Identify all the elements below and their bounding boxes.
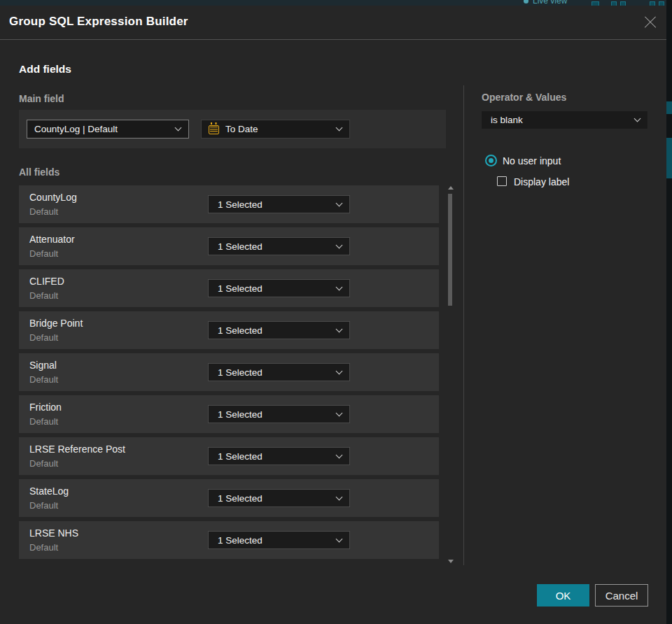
field-name: LRSE NHS [29, 527, 78, 539]
ok-button[interactable]: OK [537, 584, 589, 607]
calendar-icon [209, 125, 219, 134]
field-row: Signal Default 1 Selected [19, 353, 439, 391]
field-name: LRSE Reference Post [29, 444, 125, 455]
operator-values-label: Operator & Values [482, 92, 566, 103]
scrollbar-up-icon[interactable] [448, 186, 454, 190]
dropdown-value: 1 Selected [218, 367, 262, 378]
close-icon [643, 15, 657, 29]
field-selection-dropdown[interactable]: 1 Selected [208, 531, 350, 549]
dropdown-value: 1 Selected [218, 493, 262, 504]
chevron-down-icon [336, 199, 343, 206]
field-subtitle: Default [29, 500, 58, 511]
chevron-down-icon [336, 409, 343, 416]
field-name: Signal [29, 360, 57, 371]
checkbox-icon [497, 176, 507, 186]
chevron-down-icon [336, 283, 343, 290]
field-selection-dropdown[interactable]: 1 Selected [208, 363, 350, 381]
dropdown-value: 1 Selected [218, 451, 262, 462]
all-fields-label: All fields [19, 166, 59, 178]
field-selection-dropdown[interactable]: 1 Selected [208, 237, 350, 255]
field-row: CountyLog Default 1 Selected [19, 185, 439, 223]
field-name: CLIFED [29, 276, 64, 287]
field-selection-dropdown[interactable]: 1 Selected [208, 321, 350, 339]
chevron-down-icon [336, 241, 343, 248]
dropdown-value: 1 Selected [218, 325, 262, 336]
dialog-title: Group SQL Expression Builder [9, 15, 188, 29]
chevron-down-icon [336, 367, 343, 374]
live-view-toggle: Live view [524, 0, 567, 6]
background-app-strip: Live view [0, 0, 672, 6]
date-field-dropdown[interactable]: To Date [201, 120, 350, 139]
field-name: StateLog [29, 485, 69, 497]
field-selection-dropdown[interactable]: 1 Selected [208, 489, 350, 507]
dropdown-value: 1 Selected [218, 535, 262, 546]
live-indicator-icon [524, 0, 528, 3]
dropdown-value: To Date [225, 124, 258, 134]
field-subtitle: Default [29, 248, 58, 259]
field-name: Bridge Point [29, 318, 83, 329]
field-subtitle: Default [29, 290, 58, 301]
field-subtitle: Default [29, 206, 58, 217]
main-field-label: Main field [19, 93, 64, 104]
dropdown-value: 1 Selected [218, 409, 262, 420]
add-fields-heading: Add fields [19, 63, 71, 76]
dropdown-value: 1 Selected [218, 241, 262, 252]
chevron-down-icon [336, 535, 343, 542]
field-row: Bridge Point Default 1 Selected [19, 311, 439, 349]
cancel-button[interactable]: Cancel [595, 584, 648, 607]
dropdown-value: 1 Selected [218, 283, 262, 294]
field-row: Attenuator Default 1 Selected [19, 227, 439, 265]
scrollbar [447, 184, 455, 565]
scrollbar-thumb[interactable] [448, 194, 452, 306]
chevron-down-icon [336, 325, 343, 332]
field-subtitle: Default [29, 458, 58, 469]
dropdown-value: 1 Selected [218, 199, 262, 210]
dropdown-value: CountyLog | Default [34, 124, 118, 134]
field-row: Friction Default 1 Selected [19, 395, 439, 433]
field-selection-dropdown[interactable]: 1 Selected [208, 405, 350, 423]
group-sql-expression-builder-dialog: Group SQL Expression Builder Add fields … [0, 6, 666, 624]
chevron-down-icon [336, 125, 343, 132]
close-button[interactable] [643, 15, 657, 29]
main-field-container: CountyLog | Default To Date [19, 110, 446, 148]
field-name: Friction [29, 402, 62, 413]
field-row: LRSE Reference Post Default 1 Selected [19, 437, 439, 475]
field-selection-dropdown[interactable]: 1 Selected [208, 447, 350, 465]
field-subtitle: Default [29, 542, 58, 553]
field-row: StateLog Default 1 Selected [19, 479, 439, 517]
field-name: CountyLog [29, 192, 77, 203]
operator-dropdown[interactable]: is blank [481, 111, 648, 129]
field-row: LRSE NHS Default 1 Selected [19, 521, 439, 559]
chevron-down-icon [336, 493, 343, 500]
field-subtitle: Default [29, 332, 58, 343]
chevron-down-icon [336, 451, 343, 458]
field-selection-dropdown[interactable]: 1 Selected [208, 195, 350, 213]
field-name: Attenuator [29, 234, 75, 245]
chevron-down-icon [634, 115, 641, 122]
main-field-dropdown[interactable]: CountyLog | Default [27, 120, 189, 139]
scrollbar-down-icon[interactable] [448, 560, 454, 563]
background-app-sliver [666, 0, 672, 624]
radio-selected-icon [485, 155, 497, 166]
field-subtitle: Default [29, 416, 58, 427]
background-fragment [666, 138, 672, 178]
field-subtitle: Default [29, 374, 58, 385]
dialog-title-bar: Group SQL Expression Builder [0, 6, 666, 40]
panel-divider [463, 85, 464, 565]
dropdown-value: is blank [491, 115, 523, 125]
background-fragment [666, 101, 672, 114]
live-view-label: Live view [533, 0, 567, 6]
field-selection-dropdown[interactable]: 1 Selected [208, 279, 350, 297]
field-row: CLIFED Default 1 Selected [19, 269, 439, 307]
all-fields-list: CountyLog Default 1 Selected Attenuator … [19, 185, 439, 563]
chevron-down-icon [175, 125, 182, 132]
no-user-input-label: No user input [503, 155, 561, 166]
display-label-label: Display label [514, 176, 569, 187]
